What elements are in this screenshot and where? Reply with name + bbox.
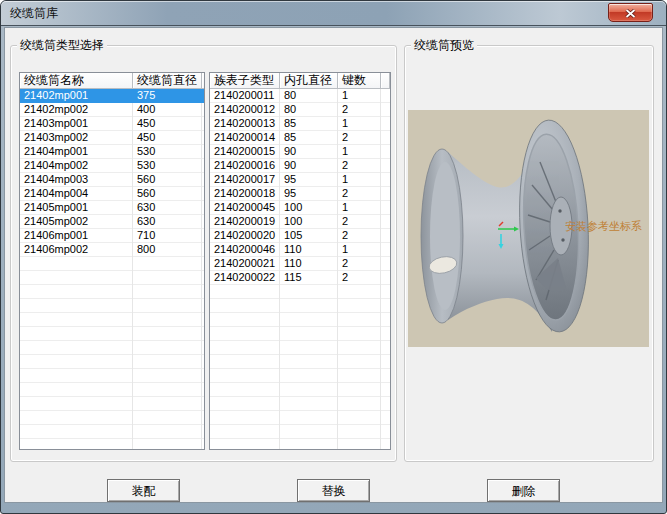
- table-cell: 21402mp001: [20, 89, 133, 103]
- window-title: 绞缆筒库: [10, 1, 58, 26]
- table-header-row: 族表子类型内孔直径键数: [210, 73, 390, 89]
- table-cell: 800: [133, 243, 202, 257]
- table-cell: 2140200018: [210, 187, 280, 201]
- table-cell: 630: [133, 201, 202, 215]
- table-cell: 2140200011: [210, 89, 280, 103]
- table-cell: 1: [338, 173, 381, 187]
- table-cell: 2: [338, 229, 381, 243]
- table-row[interactable]: 2140200018952: [210, 187, 390, 201]
- table-cell: 1: [338, 117, 381, 131]
- table-cell: 2140200020: [210, 229, 280, 243]
- table-row[interactable]: 21402000191002: [210, 215, 390, 229]
- table-cell: 21406mp002: [20, 243, 133, 257]
- table-cell: 710: [133, 229, 202, 243]
- table-cell: 2140200021: [210, 257, 280, 271]
- table-row[interactable]: 2140200016902: [210, 159, 390, 173]
- table-row[interactable]: 21402000461101: [210, 243, 390, 257]
- table-cell: 1: [338, 243, 381, 257]
- table-cell: 85: [280, 131, 338, 145]
- table-cell: 530: [133, 145, 202, 159]
- table-cell: 21404mp002: [20, 159, 133, 173]
- table-row[interactable]: 21404mp003560: [20, 173, 204, 187]
- replace-button[interactable]: 替换: [297, 479, 370, 502]
- table-cell: 21404mp001: [20, 145, 133, 159]
- dialog-client-area: 绞缆筒类型选择 绞缆筒预览 绞缆筒名称绞缆筒直径21402mp001375214…: [4, 27, 663, 503]
- table-cell: 2140200045: [210, 201, 280, 215]
- table-cell: 450: [133, 117, 202, 131]
- table-row[interactable]: 21402000201052: [210, 229, 390, 243]
- table-cell: 2140200016: [210, 159, 280, 173]
- table-cell: 21403mp002: [20, 131, 133, 145]
- table-cell: 375: [133, 89, 202, 103]
- table-cell: 21402mp002: [20, 103, 133, 117]
- table-row[interactable]: 2140200014852: [210, 131, 390, 145]
- table-cell: 80: [280, 89, 338, 103]
- table-cell: 100: [280, 215, 338, 229]
- column-header[interactable]: 内孔直径: [280, 73, 338, 89]
- table-cell: 21405mp002: [20, 215, 133, 229]
- table-cell: 95: [280, 187, 338, 201]
- table-row[interactable]: 21404mp002530: [20, 159, 204, 173]
- dialog-window: 绞缆筒库 绞缆筒类型选择 绞缆筒预览 绞缆筒名称绞缆筒直径21402mp0013…: [0, 0, 667, 514]
- table-cell: 450: [133, 131, 202, 145]
- column-header[interactable]: 绞缆筒直径: [133, 73, 202, 89]
- table-row[interactable]: 2140200015901: [210, 145, 390, 159]
- csys-annotation-text: 安装参考坐标系: [565, 220, 642, 232]
- assemble-button[interactable]: 装配: [107, 479, 180, 502]
- table-row[interactable]: 21406mp001710: [20, 229, 204, 243]
- table-cell: 105: [280, 229, 338, 243]
- table-row[interactable]: 21404mp004560: [20, 187, 204, 201]
- table-cell: 530: [133, 159, 202, 173]
- table-cell: 2: [338, 103, 381, 117]
- close-icon: [625, 4, 636, 22]
- table-row[interactable]: 21402mp001375: [20, 89, 204, 103]
- table-cell: 1: [338, 145, 381, 159]
- table-row[interactable]: 2140200013851: [210, 117, 390, 131]
- table-cell: 2140200014: [210, 131, 280, 145]
- title-bar[interactable]: 绞缆筒库: [1, 1, 666, 26]
- table-row[interactable]: 21402000451001: [210, 201, 390, 215]
- table-row[interactable]: 21402000211102: [210, 257, 390, 271]
- drum-table[interactable]: 绞缆筒名称绞缆筒直径21402mp00137521402mp0024002140…: [19, 72, 205, 450]
- table-cell: 2: [338, 131, 381, 145]
- table-cell: 95: [280, 173, 338, 187]
- table-cell: 2: [338, 187, 381, 201]
- table-cell: 2140200017: [210, 173, 280, 187]
- table-cell: 400: [133, 103, 202, 117]
- table-row[interactable]: 21404mp001530: [20, 145, 204, 159]
- table-row[interactable]: 21402mp002400: [20, 103, 204, 117]
- table-row[interactable]: 2140200017951: [210, 173, 390, 187]
- table-cell: 2140200015: [210, 145, 280, 159]
- column-header-filler: [381, 73, 390, 89]
- table-cell: 100: [280, 201, 338, 215]
- column-header[interactable]: 键数: [338, 73, 381, 89]
- table-cell: 21404mp004: [20, 187, 133, 201]
- table-cell: 2140200013: [210, 117, 280, 131]
- table-cell: 2140200022: [210, 271, 280, 285]
- table-row[interactable]: 21403mp002450: [20, 131, 204, 145]
- column-header-filler: [202, 73, 205, 89]
- table-cell: 80: [280, 103, 338, 117]
- close-button[interactable]: [608, 3, 653, 22]
- table-cell: 85: [280, 117, 338, 131]
- column-header[interactable]: 族表子类型: [210, 73, 280, 89]
- table-row[interactable]: 21405mp001630: [20, 201, 204, 215]
- table-cell: 21404mp003: [20, 173, 133, 187]
- table-cell: 2140200046: [210, 243, 280, 257]
- table-cell: 90: [280, 145, 338, 159]
- drum-3d-model: 安装参考坐标系: [408, 110, 649, 347]
- drum-preview-image: 安装参考坐标系: [408, 110, 649, 347]
- table-cell: 21405mp001: [20, 201, 133, 215]
- table-row[interactable]: 21406mp002800: [20, 243, 204, 257]
- table-row[interactable]: 21405mp002630: [20, 215, 204, 229]
- table-body: 2140200011801214020001280221402000138512…: [210, 89, 390, 449]
- column-header[interactable]: 绞缆筒名称: [20, 73, 133, 89]
- subtype-table[interactable]: 族表子类型内孔直径键数21402000118012140200012802214…: [209, 72, 391, 450]
- delete-button[interactable]: 删除: [487, 479, 560, 502]
- table-cell: 1: [338, 89, 381, 103]
- table-row[interactable]: 2140200011801: [210, 89, 390, 103]
- table-cell: 2: [338, 215, 381, 229]
- table-row[interactable]: 21403mp001450: [20, 117, 204, 131]
- table-row[interactable]: 21402000221152: [210, 271, 390, 285]
- table-row[interactable]: 2140200012802: [210, 103, 390, 117]
